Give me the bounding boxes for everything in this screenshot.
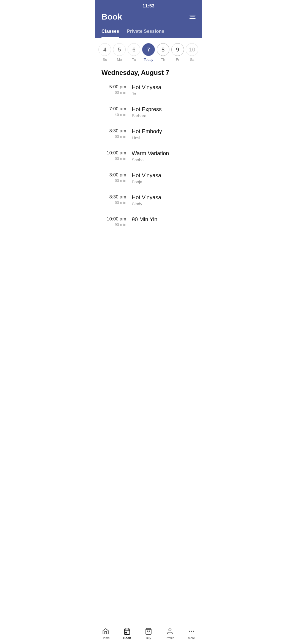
date-number-5: 5 (113, 43, 126, 56)
date-label-today: Today (144, 58, 153, 62)
class-info-0: Hot Vinyasa Jo (132, 84, 196, 96)
date-picker: 4 Su 5 Mo 6 Tu 7 Today 8 Th 9 Fr 10 Sa (95, 38, 202, 64)
day-heading: Wednesday, August 7 (95, 64, 202, 79)
date-label-mo: Mo (117, 58, 122, 62)
date-cell-today[interactable]: 7 Today (142, 43, 155, 62)
title-row: Book (95, 10, 202, 26)
class-item-4[interactable]: 3:00 pm 60 min Hot Vinyasa Pooja (99, 167, 198, 189)
class-item-2[interactable]: 8:30 am 60 min Hot Embody Liesl (99, 123, 198, 145)
date-cell-fri[interactable]: 9 Fr (171, 43, 185, 62)
date-label-sa: Sa (190, 58, 194, 62)
date-cell-sun[interactable]: 4 Su (98, 43, 112, 62)
date-cell-mon[interactable]: 5 Mo (112, 43, 126, 62)
class-item-5[interactable]: 8:30 am 60 min Hot Vinyasa Cindy (99, 189, 198, 211)
class-time-4: 3:00 pm 60 min (101, 172, 132, 183)
tab-private-sessions[interactable]: Private Sessions (127, 26, 164, 38)
date-number-6: 6 (128, 43, 140, 56)
header: 11:53 Book Classes Private Sessions (95, 0, 202, 38)
date-cell-tue[interactable]: 6 Tu (127, 43, 141, 62)
date-number-4: 4 (98, 43, 111, 56)
class-info-4: Hot Vinyasa Pooja (132, 172, 196, 184)
class-info-2: Hot Embody Liesl (132, 128, 196, 140)
filter-line-1 (189, 15, 196, 15)
date-cell-thu[interactable]: 8 Th (156, 43, 170, 62)
class-info-5: Hot Vinyasa Cindy (132, 194, 196, 206)
class-item-1[interactable]: 7:00 am 45 min Hot Express Barbara (99, 101, 198, 123)
class-time-3: 10:00 am 60 min (101, 150, 132, 161)
date-number-7: 7 (142, 43, 155, 56)
class-info-6: 90 Min Yin (132, 216, 196, 223)
class-time-1: 7:00 am 45 min (101, 106, 132, 117)
class-item-3[interactable]: 10:00 am 60 min Warm Variation Shoba (99, 145, 198, 167)
date-number-10: 10 (186, 43, 198, 56)
class-item-0[interactable]: 5:00 pm 60 min Hot Vinyasa Jo (99, 79, 198, 101)
class-time-5: 8:30 am 60 min (101, 194, 132, 205)
class-info-3: Warm Variation Shoba (132, 150, 196, 162)
date-cell-sat[interactable]: 10 Sa (185, 43, 199, 62)
class-time-6: 10:00 am 90 min (101, 216, 132, 227)
date-label-fr: Fr (176, 58, 179, 62)
date-label-tu: Tu (132, 58, 136, 62)
class-time-2: 8:30 am 60 min (101, 128, 132, 139)
class-info-1: Hot Express Barbara (132, 106, 196, 118)
status-bar: 11:53 (95, 0, 202, 10)
class-time-0: 5:00 pm 60 min (101, 84, 132, 95)
date-label-su: Su (103, 58, 107, 62)
date-number-8: 8 (157, 43, 169, 56)
class-item-6[interactable]: 10:00 am 90 min 90 Min Yin (99, 211, 198, 232)
filter-button[interactable] (189, 15, 196, 19)
filter-line-2 (190, 17, 195, 17)
filter-line-3 (189, 18, 196, 19)
date-label-th: Th (161, 58, 165, 62)
date-number-9: 9 (171, 43, 184, 56)
content-area: 4 Su 5 Mo 6 Tu 7 Today 8 Th 9 Fr 10 Sa W… (95, 38, 202, 257)
status-time: 11:53 (142, 3, 154, 9)
class-list: 5:00 pm 60 min Hot Vinyasa Jo 7:00 am 45… (95, 79, 202, 232)
tab-nav: Classes Private Sessions (95, 26, 202, 38)
page-title: Book (101, 12, 122, 21)
tab-classes[interactable]: Classes (101, 26, 119, 38)
